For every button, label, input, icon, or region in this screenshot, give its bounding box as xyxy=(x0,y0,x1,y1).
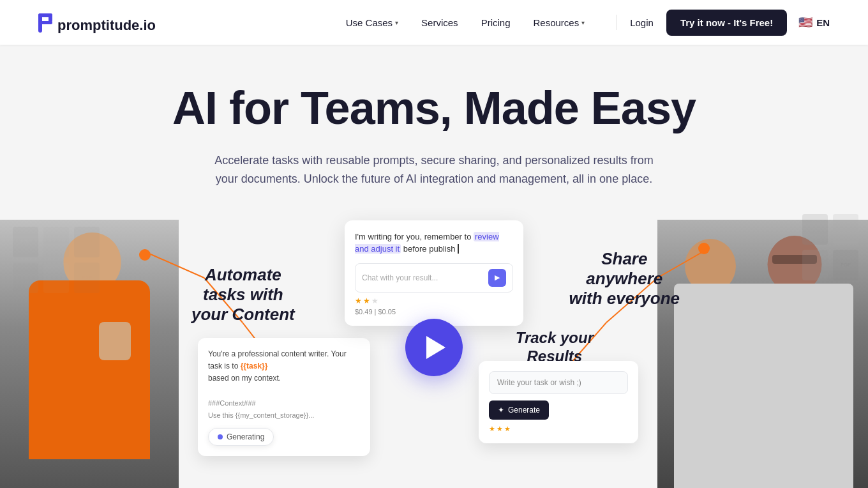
bg-icon-file1 xyxy=(43,227,69,257)
bg-icon-file2 xyxy=(13,263,38,293)
nav-links: Use Cases ▾ Services Pricing Resources ▾ xyxy=(346,17,585,28)
bg-icons-left: PDF PDF PDF xyxy=(13,227,100,293)
chat-meta: $0.49 | $0.05 xyxy=(355,308,513,316)
generate-button-label: Generate xyxy=(508,406,540,415)
generate-icon: ✦ xyxy=(498,406,504,415)
chat-send-button[interactable]: ▶ xyxy=(488,269,506,287)
svg-rect-3 xyxy=(38,21,52,24)
prompt-context-label: ###Context### xyxy=(208,399,256,407)
pricing-link[interactable]: Pricing xyxy=(481,17,511,28)
bg-icon-right1: PDF xyxy=(802,214,828,245)
language-selector[interactable]: 🇺🇸 EN xyxy=(798,15,830,29)
generating-badge: Generating xyxy=(208,428,274,446)
generate-card: Write your task or wish ;) ✦ Generate ★ … xyxy=(479,361,638,443)
bg-icon-pdf2: PDF xyxy=(74,227,100,257)
generating-label: Generating xyxy=(227,432,264,441)
prompt-card: You're a professional content writer. Yo… xyxy=(198,338,370,456)
bg-icon-pdf3: PDF xyxy=(74,263,100,293)
lang-label: EN xyxy=(816,17,830,28)
orange-dot-right xyxy=(698,243,710,254)
generate-input-placeholder: Write your task or wish ;) xyxy=(489,371,628,394)
resources-link[interactable]: Resources ▾ xyxy=(533,17,585,28)
hero-visual: PDF PDF PDF PDF PDF Au xyxy=(0,208,868,488)
gen-star3: ★ xyxy=(504,425,511,433)
track-label: Track your Results xyxy=(516,329,594,366)
logo[interactable]: promptitude.io xyxy=(38,8,179,37)
chat-card: I'm writing for you, remember to review … xyxy=(345,220,523,326)
play-overlay xyxy=(405,319,463,376)
bg-icon-right3 xyxy=(802,250,828,280)
automate-label: Automate tasks with your Content xyxy=(191,265,295,325)
play-button[interactable] xyxy=(405,319,463,376)
prompt-context-var: Use this {{my_content_storage}}... xyxy=(208,411,314,419)
hero-text: AI for Teams, Made Easy Accelerate tasks… xyxy=(160,45,708,208)
bg-icon-right4: PDF xyxy=(833,250,858,280)
bg-icon-right2 xyxy=(833,214,858,245)
share-label: Share anywhere with everyone xyxy=(569,249,680,309)
svg-rect-2 xyxy=(49,13,52,22)
chat-input-row: Chat with your result... ▶ xyxy=(355,263,513,293)
hero-section: AI for Teams, Made Easy Accelerate tasks… xyxy=(0,45,868,488)
prompt-text: You're a professional content writer. Yo… xyxy=(208,348,360,422)
star2: ★ xyxy=(363,296,370,305)
cta-button[interactable]: Try it now - It's Free! xyxy=(666,10,787,36)
resources-chevron-icon: ▾ xyxy=(581,19,585,26)
gen-star1: ★ xyxy=(489,425,495,433)
prompt-variable-task: {{task}} xyxy=(241,362,268,370)
svg-text:promptitude.io: promptitude.io xyxy=(57,17,156,33)
use-cases-link[interactable]: Use Cases ▾ xyxy=(346,17,398,28)
chat-message: I'm writing for you, remember to review … xyxy=(355,231,513,255)
gen-star2: ★ xyxy=(497,425,503,433)
generate-button[interactable]: ✦ Generate xyxy=(489,400,549,420)
services-link[interactable]: Services xyxy=(421,17,458,28)
chat-input-label: Chat with your result... xyxy=(362,273,483,282)
highlight-text: review and adjust it xyxy=(355,232,499,254)
hero-title: AI for Teams, Made Easy xyxy=(172,83,696,133)
login-link[interactable]: Login xyxy=(630,17,654,28)
bg-icon-file3 xyxy=(43,263,69,293)
bg-icons-right: PDF PDF xyxy=(802,214,858,280)
flag-icon: 🇺🇸 xyxy=(798,15,812,29)
play-icon xyxy=(426,336,445,359)
star3: ★ xyxy=(371,296,378,305)
hero-subtitle: Accelerate tasks with reusable prompts, … xyxy=(204,151,664,188)
generate-stars: ★ ★ ★ xyxy=(489,425,628,433)
bg-icon-pdf1: PDF xyxy=(13,227,38,257)
orange-dot-left xyxy=(139,249,151,261)
use-cases-chevron-icon: ▾ xyxy=(395,19,398,26)
navbar: promptitude.io Use Cases ▾ Services Pric… xyxy=(0,0,868,45)
generating-dot-icon xyxy=(218,434,223,439)
star1: ★ xyxy=(355,296,362,305)
send-icon: ▶ xyxy=(495,273,500,282)
chat-stars: ★ ★ ★ xyxy=(355,296,513,305)
nav-divider xyxy=(617,15,617,30)
